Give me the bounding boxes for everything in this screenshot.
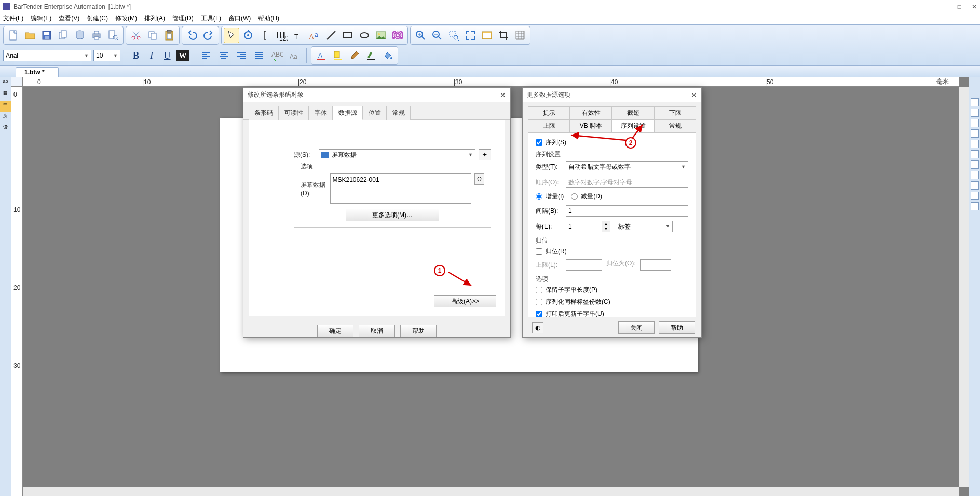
case-icon[interactable]: Aa [287,48,302,63]
screen-data-input[interactable] [330,173,472,204]
menu-window[interactable]: 窗口(W) [228,14,251,23]
right-tool-5[interactable] [971,140,979,148]
close-button[interactable]: 关闭 [618,321,655,334]
rectangle-icon[interactable] [340,28,356,43]
tab-font[interactable]: 字体 [309,106,333,120]
document-tab[interactable]: 1.btw * [16,67,59,77]
menu-arrange[interactable]: 排列(A) [144,14,165,23]
source-select[interactable]: 屏幕数据 ▼ [319,149,475,160]
crop-icon[interactable] [496,28,511,43]
tab-validity[interactable]: 有效性 [570,106,612,119]
font-color-icon[interactable]: A [314,48,329,63]
type-select[interactable]: 自动希腊文字母或数字▼ [566,161,688,172]
text-cursor-icon[interactable] [257,28,273,43]
tab-vb[interactable]: VB 脚本 [570,119,612,132]
paste-icon[interactable] [161,28,177,43]
inverse-icon[interactable]: W [176,50,189,61]
reset-checkbox[interactable]: 归位(R) [536,247,688,256]
menu-file[interactable]: 文件(F) [3,14,23,23]
left-tool-2[interactable]: ▦ [0,90,11,100]
dialog2-close-icon[interactable]: ✕ [691,91,697,99]
scrollbar-vertical[interactable] [959,87,969,487]
font-family-select[interactable]: Arial▼ [3,50,91,61]
ok-button[interactable]: 确定 [317,325,353,337]
tab-barcode[interactable]: 条形码 [249,106,279,120]
save-icon[interactable] [39,28,55,43]
barcode-icon[interactable]: 123 [274,28,289,43]
rotate-icon[interactable] [240,28,256,43]
close-button[interactable]: ✕ [972,3,977,10]
info-icon[interactable]: ◐ [532,322,543,333]
align-right-icon[interactable] [234,48,249,63]
undo-icon[interactable] [184,28,200,43]
dialog2-titlebar[interactable]: 更多数据源选项 ✕ [523,88,701,102]
paint-brush-icon[interactable] [347,48,362,63]
rfid-icon[interactable] [390,28,405,43]
dialog1-close-icon[interactable]: ✕ [500,91,506,99]
line-icon[interactable] [323,28,339,43]
pointer-icon[interactable] [224,28,239,43]
italic-icon[interactable]: I [145,49,158,62]
maximize-button[interactable]: □ [958,3,961,10]
seq-same-checkbox[interactable]: 序列化同样标签份数(C) [536,298,688,306]
help-button[interactable]: 帮助 [400,325,437,337]
spellcheck-icon[interactable]: ABC [269,48,284,63]
align-justify-icon[interactable] [251,48,267,63]
tab-lower[interactable]: 下限 [654,106,696,119]
copy-icon[interactable] [145,28,160,43]
right-tool-3[interactable] [971,119,979,127]
underline-icon[interactable]: U [160,49,174,62]
tab-prompt[interactable]: 提示 [528,106,570,119]
tab-datasource[interactable]: 数据源 [333,106,363,120]
open-icon[interactable] [22,28,38,43]
more-options-button[interactable]: 更多选项(M)… [346,209,439,221]
right-tool-8[interactable] [971,171,979,179]
right-tool-2[interactable] [971,109,979,117]
advanced-button[interactable]: 高级(A)>> [434,295,496,307]
left-tool-5[interactable]: 设 [0,124,11,135]
cancel-button[interactable]: 取消 [359,325,395,337]
zoom-out-icon[interactable] [429,28,445,43]
zoom-in-icon[interactable] [413,28,428,43]
tab-readable[interactable]: 可读性 [279,106,309,120]
zoom-region-icon[interactable] [446,28,461,43]
line-color-icon[interactable] [363,48,379,63]
menu-admin[interactable]: 管理(D) [172,14,194,23]
redo-icon[interactable] [201,28,216,43]
left-tool-4[interactable]: 所 [0,113,11,123]
help-button-2[interactable]: 帮助 [659,321,695,334]
menu-help[interactable]: 帮助(H) [258,14,279,23]
right-tool-7[interactable] [971,160,979,169]
tab-general2[interactable]: 常规 [654,119,696,132]
menu-tools[interactable]: 工具(T) [201,14,221,23]
cut-icon[interactable] [128,28,144,43]
menu-create[interactable]: 创建(C) [87,14,108,23]
label-view-icon[interactable] [479,28,495,43]
scrollbar-horizontal[interactable] [23,487,959,496]
minimize-button[interactable]: — [941,3,947,10]
left-tool-1[interactable]: ab [0,78,11,89]
fit-icon[interactable] [462,28,478,43]
align-center-icon[interactable] [216,48,232,63]
text-icon[interactable]: T [290,28,306,43]
right-tool-9[interactable] [971,181,979,190]
print-preview-icon[interactable] [105,28,121,43]
sequence-checkbox[interactable]: 序列(S) [536,138,688,147]
source-wizard-icon[interactable]: ✦ [479,149,491,160]
highlight-icon[interactable] [330,48,346,63]
tab-sequence[interactable]: 序列设置 [612,119,654,132]
font-size-select[interactable]: 10▼ [93,50,120,61]
align-left-icon[interactable] [198,48,214,63]
picture-icon[interactable] [373,28,389,43]
tab-truncate[interactable]: 截短 [612,106,654,119]
fill-icon[interactable] [380,48,396,63]
ellipse-icon[interactable] [357,28,372,43]
new-icon[interactable] [6,28,21,43]
interval-input[interactable] [566,205,688,217]
keep-length-checkbox[interactable]: 保留子字串长度(P) [536,286,688,294]
database-icon[interactable] [72,28,88,43]
multi-doc-icon[interactable] [56,28,71,43]
every-unit-select[interactable]: 标签▼ [616,221,673,232]
grid-icon[interactable] [512,28,528,43]
left-tool-3[interactable]: ▭ [0,101,11,112]
